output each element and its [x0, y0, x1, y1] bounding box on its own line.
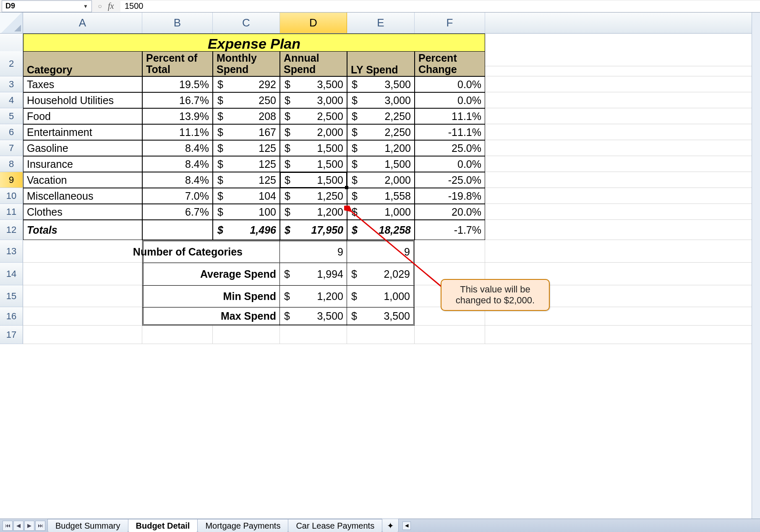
cell-blank[interactable] [485, 240, 760, 263]
cell-pct-4[interactable]: 16.7% [142, 92, 213, 108]
num-cat-d[interactable]: 9 [280, 240, 347, 263]
cell-F17[interactable] [415, 326, 485, 344]
totals-pct[interactable] [142, 220, 213, 240]
cell-blank[interactable] [485, 92, 760, 108]
tab-nav-first-icon[interactable]: ⏮ [3, 521, 13, 531]
hdr-pct-change[interactable]: PercentChange [415, 51, 485, 76]
cell-pct-8[interactable]: 8.4% [142, 156, 213, 172]
cell-blank[interactable] [485, 124, 760, 140]
cell-monthly-10[interactable]: $104 [213, 188, 280, 204]
row-header-16[interactable]: 16 [0, 307, 23, 326]
totals-ly[interactable]: $18,258 [347, 220, 415, 240]
cell-pct-5[interactable]: 13.9% [142, 108, 213, 124]
row-header-13[interactable]: 13 [0, 240, 23, 263]
hdr-category[interactable]: Category [23, 51, 142, 76]
cell-pct-6[interactable]: 11.1% [142, 124, 213, 140]
cell-monthly-8[interactable]: $125 [213, 156, 280, 172]
cell-ly-3[interactable]: $3,500 [347, 76, 415, 92]
col-header-B[interactable]: B [142, 13, 213, 33]
tab-nav-last-icon[interactable]: ⏭ [35, 521, 45, 531]
cell-blank[interactable] [485, 140, 760, 156]
cell-ly-9[interactable]: $2,000 [347, 172, 415, 188]
cell-chg-11[interactable]: 20.0% [415, 204, 485, 220]
cell-pct-11[interactable]: 6.7% [142, 204, 213, 220]
cell-ly-11[interactable]: $1,000 [347, 204, 415, 220]
cell-monthly-3[interactable]: $292 [213, 76, 280, 92]
sheet-tab-budget-summary[interactable]: Budget Summary [47, 519, 128, 532]
cell-pct-10[interactable]: 7.0% [142, 188, 213, 204]
totals-annual[interactable]: $17,950 [280, 220, 347, 240]
cell-E17[interactable] [347, 326, 415, 344]
row-header-8[interactable]: 8 [0, 156, 23, 172]
cell-chg-4[interactable]: 0.0% [415, 92, 485, 108]
cell-category-8[interactable]: Insurance [23, 156, 142, 172]
tab-scroll-left-icon[interactable]: ◀ [402, 522, 411, 530]
col-header-F[interactable]: F [415, 13, 485, 33]
avg-label[interactable]: Average Spend [213, 263, 280, 285]
col-header-E[interactable]: E [347, 13, 415, 33]
hdr-monthly[interactable]: MonthlySpend [213, 51, 280, 76]
sheet-tab-car-lease-payments[interactable]: Car Lease Payments [288, 519, 382, 532]
select-all-corner[interactable] [0, 13, 23, 33]
cell-chg-5[interactable]: 11.1% [415, 108, 485, 124]
row-header-14[interactable]: 14 [0, 263, 23, 285]
cell-category-3[interactable]: Taxes [23, 76, 142, 92]
cell-blank[interactable] [485, 108, 760, 124]
cell-A14[interactable] [23, 263, 142, 285]
row-header-3[interactable]: 3 [0, 76, 23, 92]
row-header-9[interactable]: 9 [0, 172, 23, 188]
cell-category-10[interactable]: Miscellaneous [23, 188, 142, 204]
cell-A13[interactable] [23, 240, 142, 263]
avg-d[interactable]: $1,994 [280, 263, 347, 285]
max-d[interactable]: $3,500 [280, 307, 347, 326]
vertical-scrollbar[interactable] [752, 13, 760, 519]
cell-ly-8[interactable]: $1,500 [347, 156, 415, 172]
cell-annual-4[interactable]: $3,000 [280, 92, 347, 108]
cell-category-9[interactable]: Vacation [23, 172, 142, 188]
max-e[interactable]: $3,500 [347, 307, 415, 326]
cell-blank[interactable] [485, 172, 760, 188]
new-sheet-tab-icon[interactable]: ✦ [382, 519, 399, 532]
totals-monthly[interactable]: $1,496 [213, 220, 280, 240]
cell-category-6[interactable]: Entertainment [23, 124, 142, 140]
min-e[interactable]: $1,000 [347, 285, 415, 307]
cell-blank[interactable] [485, 326, 760, 344]
row-header-6[interactable]: 6 [0, 124, 23, 140]
cell-blank[interactable] [485, 204, 760, 220]
tab-nav-next-icon[interactable]: ▶ [24, 521, 34, 531]
cell-annual-10[interactable]: $1,250 [280, 188, 347, 204]
avg-e[interactable]: $2,029 [347, 263, 415, 285]
num-cat-label[interactable]: Number of Categories [213, 240, 280, 263]
cell-blank[interactable] [485, 51, 760, 76]
row-header-15[interactable]: 15 [0, 285, 23, 307]
min-d[interactable]: $1,200 [280, 285, 347, 307]
cell-blank[interactable] [485, 220, 760, 240]
sheet-tab-mortgage-payments[interactable]: Mortgage Payments [197, 519, 288, 532]
cell-monthly-4[interactable]: $250 [213, 92, 280, 108]
cell-chg-9[interactable]: -25.0% [415, 172, 485, 188]
row-header-10[interactable]: 10 [0, 188, 23, 204]
cell-chg-10[interactable]: -19.8% [415, 188, 485, 204]
cell-A15[interactable] [23, 285, 142, 307]
cell-A17[interactable] [23, 326, 142, 344]
tab-nav-prev-icon[interactable]: ◀ [13, 521, 24, 531]
min-label-b[interactable] [142, 285, 213, 307]
cell-annual-11[interactable]: $1,200 [280, 204, 347, 220]
num-cat-e[interactable]: 9 [347, 240, 415, 263]
cell-annual-8[interactable]: $1,500 [280, 156, 347, 172]
cell-category-11[interactable]: Clothes [23, 204, 142, 220]
cell-ly-6[interactable]: $2,250 [347, 124, 415, 140]
cell-ly-10[interactable]: $1,558 [347, 188, 415, 204]
col-header-D[interactable]: D [280, 13, 347, 33]
max-label[interactable]: Max Spend [213, 307, 280, 326]
cell-annual-3[interactable]: $3,500 [280, 76, 347, 92]
hdr-pct-total[interactable]: Percent ofTotal [142, 51, 213, 76]
cell-annual-9[interactable]: $1,500 [280, 172, 347, 188]
hdr-annual[interactable]: AnnualSpend [280, 51, 347, 76]
cell-annual-7[interactable]: $1,500 [280, 140, 347, 156]
name-box-dropdown-icon[interactable]: ▼ [83, 3, 88, 9]
cell-blank[interactable] [485, 188, 760, 204]
row-header-17[interactable]: 17 [0, 326, 23, 344]
cell-B17[interactable] [142, 326, 213, 344]
col-header-C[interactable]: C [213, 13, 280, 33]
